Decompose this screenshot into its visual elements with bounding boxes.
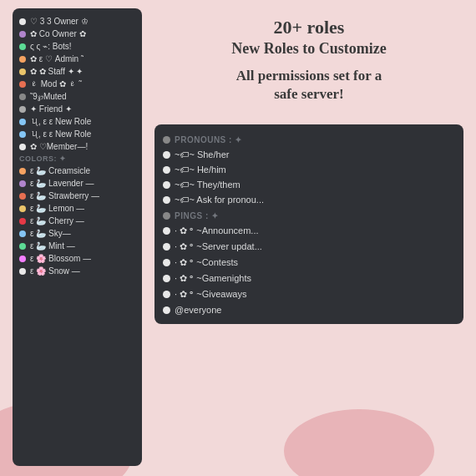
pronouns-items: ~🏷~ She/her ~🏷~ He/him ~🏷~ They/them ~🏷~… bbox=[154, 147, 463, 207]
role-label-new-role-1: ꪗ, ε ε New Role bbox=[30, 117, 91, 126]
role-dot-blossom bbox=[19, 256, 26, 262]
left-role-mint: ε 🦢 Mint — bbox=[13, 240, 142, 252]
left-role-co-owner: ✿ Co Owner ✿ bbox=[13, 28, 142, 40]
dot-ask bbox=[163, 196, 170, 204]
role-dot-cherry bbox=[19, 218, 26, 225]
role-dot-lavender bbox=[19, 180, 26, 187]
right-role-announcements: · ✿ ᵒ ~Announcem... bbox=[154, 223, 463, 239]
title-line2: New Roles to Customize bbox=[163, 40, 455, 58]
role-label-sky: ε 🦢 Sky— bbox=[30, 229, 71, 238]
role-label-mint: ε 🦢 Mint — bbox=[30, 241, 75, 251]
left-role-snow: ε 🌸 Snow — bbox=[13, 265, 142, 277]
dot-everyone bbox=[163, 306, 170, 314]
left-role-bots: ς ς ⌁: Bots! bbox=[13, 40, 142, 53]
pings-section-label: Pings : ✦ bbox=[154, 207, 463, 223]
left-role-sky: ε 🦢 Sky— bbox=[13, 227, 142, 240]
right-role-ask: ~🏷~ Ask for pronou... bbox=[154, 192, 463, 207]
left-role-creamsicle: ε 🦢 Creamsicle bbox=[13, 165, 142, 177]
role-dot-co-owner bbox=[19, 31, 26, 38]
label-contests: · ✿ ᵒ ~Contests bbox=[175, 257, 238, 268]
left-role-new-role-1: ꪗ, ε ε New Role bbox=[13, 115, 142, 128]
right-role-she-her: ~🏷~ She/her bbox=[154, 147, 463, 162]
label-she-her: ~🏷~ She/her bbox=[175, 149, 229, 160]
role-dot-strawberry bbox=[19, 193, 26, 200]
role-dot-new-role-2 bbox=[19, 131, 26, 138]
dot-giveaways bbox=[163, 291, 170, 298]
left-role-cherry: ε 🦢 Cherry — bbox=[13, 215, 142, 227]
role-label-new-role-2: ꪗ, ε ε New Role bbox=[30, 129, 91, 139]
role-section-colors-label: Colors: ✦ bbox=[13, 153, 142, 165]
role-dot-mod bbox=[19, 81, 26, 88]
left-role-strawberry: ε 🦢 Strawberry — bbox=[13, 190, 142, 202]
right-role-contests: · ✿ ᵒ ~Contests bbox=[154, 255, 463, 271]
role-label-staff: ✿ ✿ Staff ✦ ✦ bbox=[30, 67, 84, 76]
role-label-snow: ε 🌸 Snow — bbox=[30, 266, 80, 276]
right-role-gamenights: · ✿ ᵒ ~Gamenights bbox=[154, 271, 463, 286]
role-dot-owner bbox=[19, 18, 26, 25]
left-role-member: ✿ ♡Member—! bbox=[13, 140, 142, 153]
left-role-blossom: ε 🌸 Blossom — bbox=[13, 252, 142, 265]
role-label-owner: ♡ 3 3 Owner ♔ bbox=[30, 17, 89, 26]
role-dot-bots bbox=[19, 43, 26, 50]
dot-they-them bbox=[163, 181, 170, 189]
role-dot-creamsicle bbox=[19, 168, 26, 175]
left-roles-panel: ♡ 3 3 Owner ♔ ✿ Co Owner ✿ ς ς ⌁: Bots! … bbox=[13, 8, 142, 466]
role-label-mod: ꫀ Mod ✿ ꫀ ˜ bbox=[30, 79, 82, 89]
left-role-staff: ✿ ✿ Staff ✦ ✦ bbox=[13, 65, 142, 78]
label-gamenights: · ✿ ᵒ ~Gamenights bbox=[175, 273, 251, 284]
role-dot-lemon bbox=[19, 205, 26, 212]
role-dot-member bbox=[19, 144, 26, 150]
dot-he-him bbox=[163, 166, 170, 174]
right-roles-box: Pronouns : ✦ ~🏷~ She/her ~🏷~ He/him ~🏷~ … bbox=[154, 124, 463, 324]
dot-gamenights bbox=[163, 275, 170, 282]
role-label-blossom: ε 🌸 Blossom — bbox=[30, 254, 91, 263]
role-label-lavender: ε 🦢 Lavender — bbox=[30, 179, 94, 188]
label-server-updates: · ✿ ᵒ ~Server updat... bbox=[175, 241, 262, 252]
right-role-he-him: ~🏷~ He/him bbox=[154, 162, 463, 177]
role-label-strawberry: ε 🦢 Strawberry — bbox=[30, 191, 99, 200]
right-role-giveaways: · ✿ ᵒ ~Giveaways bbox=[154, 286, 463, 302]
pings-items: · ✿ ᵒ ~Announcem... · ✿ ᵒ ~Server updat.… bbox=[154, 223, 463, 317]
dot-she-her bbox=[163, 151, 170, 159]
role-label-cherry: ε 🦢 Cherry — bbox=[30, 216, 84, 225]
dot-announcements bbox=[163, 227, 170, 235]
left-role-mod: ꫀ Mod ✿ ꫀ ˜ bbox=[13, 78, 142, 90]
role-label-admin: ✿ ε ♡ Admin ˜ bbox=[30, 54, 84, 63]
role-label-co-owner: ✿ Co Owner ✿ bbox=[30, 29, 86, 38]
role-dot-mint bbox=[19, 243, 26, 250]
label-ask: ~🏷~ Ask for pronou... bbox=[175, 195, 264, 205]
decorative-blob-right bbox=[284, 409, 434, 476]
left-role-new-role-2: ꪗ, ε ε New Role bbox=[13, 128, 142, 140]
role-dot-muted bbox=[19, 94, 26, 100]
dot-server-updates bbox=[163, 243, 170, 251]
role-label-member: ✿ ♡Member—! bbox=[30, 142, 88, 151]
right-role-they-them: ~🏷~ They/them bbox=[154, 177, 463, 192]
right-panel: 20+ roles New Roles to Customize All per… bbox=[154, 8, 463, 324]
role-label-bots: ς ς ⌁: Bots! bbox=[30, 42, 72, 51]
label-he-him: ~🏷~ He/him bbox=[175, 165, 226, 175]
role-dot-new-role-1 bbox=[19, 119, 26, 125]
role-dot-staff bbox=[19, 68, 26, 75]
role-label-friend: ✦ Friend ✦ bbox=[30, 104, 72, 114]
right-role-everyone: @everyone bbox=[154, 302, 463, 317]
label-they-them: ~🏷~ They/them bbox=[175, 180, 241, 190]
left-role-lavender: ε 🦢 Lavender — bbox=[13, 177, 142, 190]
title-line3: All permissions set for a safe server! bbox=[163, 67, 455, 104]
title-area: 20+ roles New Roles to Customize All per… bbox=[154, 8, 463, 116]
label-everyone: @everyone bbox=[175, 305, 221, 315]
role-dot-snow bbox=[19, 268, 26, 275]
pronouns-section-label: Pronouns : ✦ bbox=[154, 131, 463, 147]
role-dot-admin bbox=[19, 56, 26, 63]
left-role-admin: ✿ ε ♡ Admin ˜ bbox=[13, 53, 142, 65]
label-announcements: · ✿ ᵒ ~Announcem... bbox=[175, 225, 259, 236]
left-role-lemon: ε 🦢 Lemon — bbox=[13, 202, 142, 215]
left-role-muted: ˜9℘Muted bbox=[13, 90, 142, 103]
role-dot-sky bbox=[19, 230, 26, 237]
label-giveaways: · ✿ ᵒ ~Giveaways bbox=[175, 289, 246, 300]
role-label-lemon: ε 🦢 Lemon — bbox=[30, 204, 84, 213]
dot-contests bbox=[163, 259, 170, 266]
role-label-muted: ˜9℘Muted bbox=[30, 92, 67, 101]
title-line1: 20+ roles bbox=[163, 17, 455, 38]
role-dot-friend bbox=[19, 106, 26, 113]
left-role-friend: ✦ Friend ✦ bbox=[13, 103, 142, 115]
